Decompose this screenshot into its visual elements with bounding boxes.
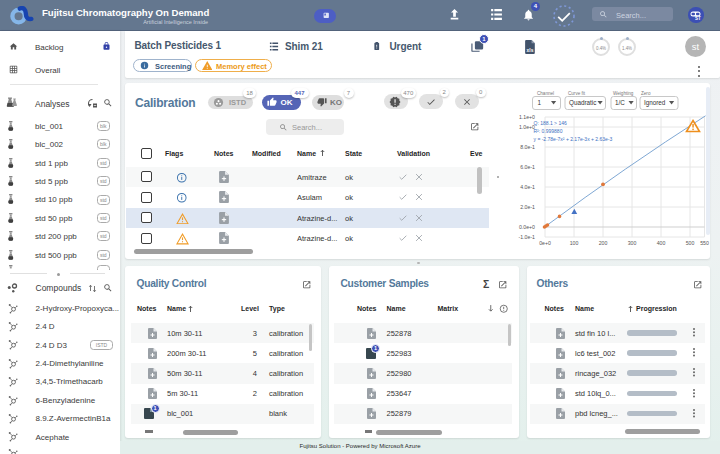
- svg-text:8.0e-1: 8.0e-1: [520, 144, 535, 150]
- svg-text:Quadratic: Quadratic: [569, 99, 596, 107]
- svg-text:R²: 0.999880: R²: 0.999880: [534, 128, 563, 134]
- svg-text:-1.0e-1: -1.0e-1: [519, 234, 536, 240]
- svg-text:4.0e-1: 4.0e-1: [520, 184, 535, 190]
- svg-text:200: 200: [599, 240, 608, 246]
- svg-text:Q: 188.1 > 146: Q: 188.1 > 146: [534, 120, 567, 126]
- svg-text:0.0e+0: 0.0e+0: [519, 224, 535, 230]
- svg-text:500: 500: [686, 240, 695, 246]
- svg-text:400: 400: [657, 240, 666, 246]
- svg-text:100: 100: [570, 240, 579, 246]
- svg-text:6.0e-1: 6.0e-1: [520, 164, 535, 170]
- svg-text:xls: xls: [527, 48, 534, 53]
- svg-text:1: 1: [538, 99, 542, 106]
- svg-text:Channel: Channel: [537, 91, 554, 96]
- svg-text:550: 550: [700, 240, 709, 246]
- svg-text:Zero: Zero: [641, 91, 651, 96]
- svg-text:Curve fit: Curve fit: [568, 91, 586, 96]
- svg-text:Weighting: Weighting: [613, 91, 634, 96]
- svg-text:300: 300: [628, 240, 637, 246]
- svg-text:Ignored: Ignored: [644, 99, 666, 107]
- svg-text:1/C: 1/C: [615, 99, 625, 106]
- svg-text:y = -2.78e-7x² + 2.17e-3x + 2.: y = -2.78e-7x² + 2.17e-3x + 2.63e-3: [534, 136, 613, 142]
- svg-text:0e+0: 0e+0: [539, 240, 551, 246]
- svg-text:2.0e-1: 2.0e-1: [520, 204, 535, 210]
